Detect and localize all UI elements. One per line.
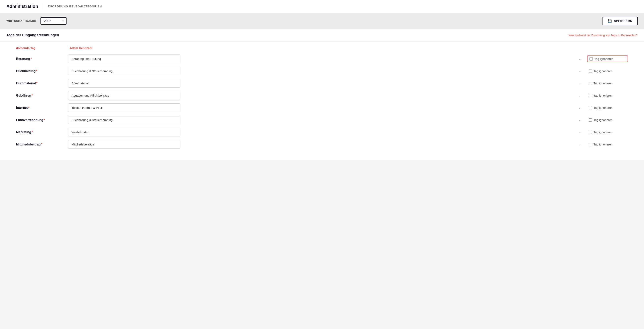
toolbar: WIRTSCHAFTSJAHR 2020 2021 2022 2023 ▾ 💾 … bbox=[0, 13, 644, 29]
required-asterisk: * bbox=[32, 94, 33, 98]
required-asterisk: * bbox=[32, 130, 33, 134]
kennzahl-dropdown-wrapper: Werbekosten ⌄ bbox=[68, 128, 584, 136]
tag-ignore-wrapper: Tag ignorieren bbox=[584, 106, 628, 110]
kennzahl-dropdown-wrapper: Beratung und Prüfung ⌄ bbox=[68, 54, 584, 63]
toolbar-left: WIRTSCHAFTSJAHR 2020 2021 2022 2023 ▾ bbox=[6, 17, 66, 25]
tag-name-cell: Mitgliedsbeitrag* bbox=[16, 143, 68, 146]
table-row: Internet* Telefon Internet & Post ⌄ Tag … bbox=[16, 104, 628, 112]
admin-title: Administration bbox=[6, 4, 38, 9]
tag-ignore-checkbox[interactable] bbox=[589, 82, 592, 85]
kennzahl-chevron-icon: ⌄ bbox=[579, 70, 581, 73]
kennzahl-select[interactable]: Beratung und Prüfung bbox=[68, 54, 180, 63]
kennzahl-chevron-icon: ⌄ bbox=[579, 94, 581, 97]
col-header-empty bbox=[584, 46, 628, 50]
tag-name-cell: Gebühren* bbox=[16, 94, 68, 98]
tag-name-cell: Marketing* bbox=[16, 130, 68, 134]
main-content: Tags der Eingangsrechnungen Was bedeutet… bbox=[0, 29, 644, 160]
tag-ignore-wrapper: Tag ignorieren bbox=[584, 118, 628, 122]
tag-label: Büromaterial bbox=[16, 82, 36, 85]
kennzahl-dropdown-wrapper: Abgaben und Pflichtbeiträge ⌄ bbox=[68, 91, 584, 100]
tag-ignore-label[interactable]: Tag ignorieren bbox=[594, 118, 612, 122]
table-area: domonda Tag Adam Kennzahl Beratung* Bera… bbox=[0, 42, 644, 160]
wirtschaftsjahr-label: WIRTSCHAFTSJAHR bbox=[6, 20, 36, 22]
rows-container: Beratung* Beratung und Prüfung ⌄ Tag ign… bbox=[16, 54, 628, 149]
kennzahl-dropdown-wrapper: Mitgliedsbeiträge ⌄ bbox=[68, 140, 584, 149]
kennzahl-dropdown-wrapper: Buchhaltung & Steuerberatung ⌄ bbox=[68, 67, 584, 75]
required-asterisk: * bbox=[36, 82, 38, 85]
tag-name-cell: Büromaterial* bbox=[16, 82, 68, 85]
tag-ignore-checkbox[interactable] bbox=[589, 70, 592, 73]
tag-label: Lohnverrechnung bbox=[16, 118, 43, 122]
kennzahl-select[interactable]: Büromaterial bbox=[68, 79, 180, 88]
kennzahl-dropdown-wrapper: Büromaterial ⌄ bbox=[68, 79, 584, 88]
tag-ignore-checkbox[interactable] bbox=[589, 131, 592, 134]
tag-ignore-wrapper: Tag ignorieren bbox=[584, 143, 628, 146]
help-link[interactable]: Was bedeutet die Zuordnung von Tags zu K… bbox=[569, 34, 638, 37]
tag-name-cell: Beratung* bbox=[16, 57, 68, 61]
tag-ignore-checkbox[interactable] bbox=[589, 106, 592, 110]
year-select[interactable]: 2020 2021 2022 2023 bbox=[40, 17, 66, 25]
year-select-wrapper: 2020 2021 2022 2023 ▾ bbox=[40, 17, 66, 25]
kennzahl-select[interactable]: Abgaben und Pflichtbeiträge bbox=[68, 91, 180, 100]
kennzahl-chevron-icon: ⌄ bbox=[579, 143, 581, 146]
tag-name-cell: Lohnverrechnung* bbox=[16, 118, 68, 122]
table-row: Büromaterial* Büromaterial ⌄ Tag ignorie… bbox=[16, 79, 628, 88]
tag-ignore-checkbox[interactable] bbox=[590, 57, 593, 60]
kennzahl-chevron-icon: ⌄ bbox=[579, 82, 581, 85]
kennzahl-dropdown-wrapper: Buchhaltung & Steuerberatung ⌄ bbox=[68, 116, 584, 124]
kennzahl-chevron-icon: ⌄ bbox=[579, 57, 581, 60]
required-asterisk: * bbox=[36, 69, 37, 73]
table-row: Marketing* Werbekosten ⌄ Tag ignorieren bbox=[16, 128, 628, 136]
table-row: Mitgliedsbeitrag* Mitgliedsbeiträge ⌄ Ta… bbox=[16, 140, 628, 149]
tag-label: Internet bbox=[16, 106, 28, 110]
col-header-adam-kennzahl: Adam Kennzahl bbox=[68, 46, 584, 50]
kennzahl-chevron-icon: ⌄ bbox=[579, 106, 581, 110]
kennzahl-chevron-icon: ⌄ bbox=[579, 131, 581, 134]
tag-ignore-label[interactable]: Tag ignorieren bbox=[594, 57, 613, 60]
tag-ignore-label[interactable]: Tag ignorieren bbox=[594, 143, 612, 146]
col-header-domonda-tag: domonda Tag bbox=[16, 46, 68, 50]
tag-ignore-label[interactable]: Tag ignorieren bbox=[594, 106, 612, 110]
page-header: Administration ZUORDNUNG BELEG-KATEGORIE… bbox=[0, 0, 644, 13]
required-asterisk: * bbox=[30, 57, 32, 61]
kennzahl-select[interactable]: Buchhaltung & Steuerberatung bbox=[68, 116, 180, 124]
save-disk-icon: 💾 bbox=[608, 19, 612, 23]
tag-ignore-label[interactable]: Tag ignorieren bbox=[594, 69, 612, 73]
tag-label: Buchhaltung bbox=[16, 69, 36, 73]
column-headers: domonda Tag Adam Kennzahl bbox=[16, 46, 628, 51]
tag-label: Beratung bbox=[16, 57, 30, 61]
save-button[interactable]: 💾 SPEICHERN bbox=[602, 17, 638, 25]
tag-label: Marketing bbox=[16, 130, 31, 134]
tag-ignore-label[interactable]: Tag ignorieren bbox=[594, 82, 612, 85]
kennzahl-select[interactable]: Werbekosten bbox=[68, 128, 180, 136]
kennzahl-select[interactable]: Telefon Internet & Post bbox=[68, 104, 180, 112]
required-asterisk: * bbox=[44, 118, 45, 122]
tag-label: Gebühren bbox=[16, 94, 31, 98]
kennzahl-select[interactable]: Mitgliedsbeiträge bbox=[68, 140, 180, 149]
required-asterisk: * bbox=[28, 106, 30, 110]
required-asterisk: * bbox=[41, 143, 42, 146]
tag-name-cell: Buchhaltung* bbox=[16, 69, 68, 73]
tag-label: Mitgliedsbeitrag bbox=[16, 143, 41, 146]
tag-ignore-checkbox[interactable] bbox=[589, 118, 592, 122]
tag-ignore-label[interactable]: Tag ignorieren bbox=[594, 130, 612, 134]
tag-ignore-wrapper: Tag ignorieren bbox=[584, 94, 628, 97]
save-button-label: SPEICHERN bbox=[614, 20, 632, 23]
table-row: Beratung* Beratung und Prüfung ⌄ Tag ign… bbox=[16, 54, 628, 63]
tag-ignore-wrapper: Tag ignorieren bbox=[584, 82, 628, 85]
tag-ignore-wrapper: Tag ignorieren bbox=[584, 130, 628, 134]
page-subtitle: ZUORDNUNG BELEG-KATEGORIEN bbox=[48, 5, 102, 8]
kennzahl-chevron-icon: ⌄ bbox=[579, 118, 581, 122]
table-row: Buchhaltung* Buchhaltung & Steuerberatun… bbox=[16, 67, 628, 75]
kennzahl-select[interactable]: Buchhaltung & Steuerberatung bbox=[68, 67, 180, 75]
section-header: Tags der Eingangsrechnungen Was bedeutet… bbox=[0, 29, 644, 42]
table-row: Lohnverrechnung* Buchhaltung & Steuerber… bbox=[16, 116, 628, 124]
tag-ignore-checkbox[interactable] bbox=[589, 143, 592, 146]
table-row: Gebühren* Abgaben und Pflichtbeiträge ⌄ … bbox=[16, 91, 628, 100]
tag-ignore-label[interactable]: Tag ignorieren bbox=[594, 94, 612, 97]
tag-name-cell: Internet* bbox=[16, 106, 68, 110]
tag-ignore-wrapper: Tag ignorieren bbox=[587, 56, 628, 62]
kennzahl-dropdown-wrapper: Telefon Internet & Post ⌄ bbox=[68, 104, 584, 112]
tag-ignore-wrapper: Tag ignorieren bbox=[584, 69, 628, 73]
tag-ignore-checkbox[interactable] bbox=[589, 94, 592, 97]
